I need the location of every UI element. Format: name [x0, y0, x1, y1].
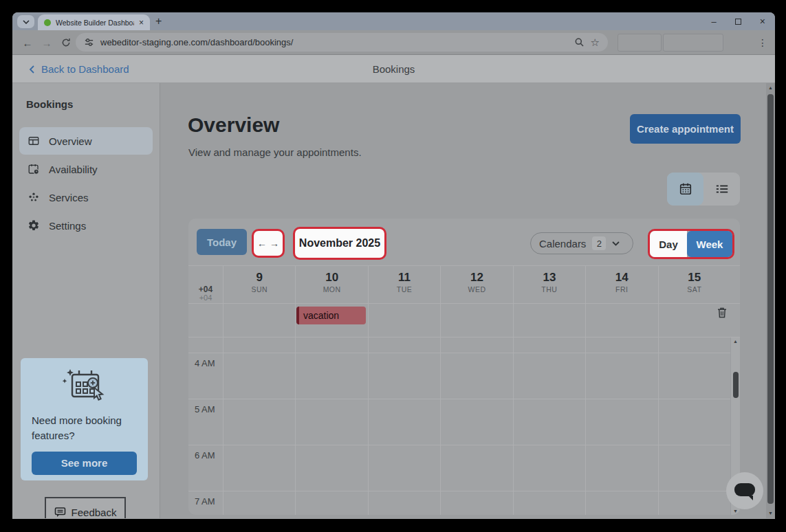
- page-scroll-down-icon[interactable]: ▼: [766, 511, 775, 516]
- browser-back-button[interactable]: ←: [19, 30, 36, 55]
- feedback-label: Feedback: [72, 507, 117, 518]
- overview-icon: [28, 135, 40, 147]
- day-header-tue: 11TUE: [368, 266, 440, 303]
- url-text: webeditor-staging.one.com/dashboard/book…: [100, 37, 568, 47]
- sidebar-item-label: Settings: [49, 220, 86, 232]
- sidebar: Bookings Overview Availability Services …: [12, 83, 160, 518]
- day-week-toggle: Day Week: [648, 229, 734, 259]
- toolbar-extension-area: [618, 34, 662, 52]
- scroll-up-icon[interactable]: ▲: [731, 339, 740, 344]
- chevron-down-icon: [612, 241, 620, 246]
- new-tab-button[interactable]: +: [155, 14, 162, 29]
- window-maximize-button[interactable]: [735, 19, 741, 25]
- time-label-4am: 4 AM: [195, 358, 215, 368]
- day-header-row: +04 +04 9SUN 10MON 11TUE 12WED 13THU 14F…: [188, 266, 740, 303]
- today-button[interactable]: Today: [197, 229, 247, 255]
- sidebar-item-services[interactable]: Services: [19, 184, 153, 211]
- next-week-arrow-icon[interactable]: →: [270, 238, 279, 249]
- settings-gear-icon: [28, 219, 40, 232]
- window-close-button[interactable]: ×: [760, 16, 765, 26]
- page-header-title: Bookings: [12, 55, 775, 83]
- scroll-down-icon[interactable]: ▼: [731, 509, 740, 513]
- availability-icon: [28, 163, 40, 175]
- page-scroll-up-icon[interactable]: ▲: [766, 85, 775, 90]
- week-grid: +04 +04 9SUN 10MON 11TUE 12WED 13THU 14F…: [188, 265, 740, 515]
- calendars-dropdown[interactable]: Calendars 2: [530, 232, 633, 254]
- browser-tab[interactable]: Website Builder Dashboard ×: [38, 14, 150, 30]
- timezone-gutter: +04 +04: [188, 266, 223, 303]
- zoom-icon[interactable]: [574, 37, 585, 47]
- chat-bubble-tail: [748, 496, 753, 500]
- all-day-row: vacation: [188, 303, 740, 337]
- app-header: Back to Dashboard Bookings: [12, 55, 775, 83]
- view-toggle: [667, 173, 740, 206]
- sidebar-item-label: Overview: [49, 135, 92, 147]
- main-content: Overview View and manage your appointmen…: [160, 83, 766, 518]
- week-nav-arrows: ← →: [252, 229, 285, 258]
- window-minimize-button[interactable]: –: [712, 17, 717, 26]
- browser-reload-button[interactable]: [58, 30, 74, 55]
- page-title: Overview: [188, 113, 279, 137]
- list-view-button[interactable]: [703, 173, 740, 206]
- reload-icon: [61, 38, 71, 47]
- list-view-icon: [715, 182, 729, 196]
- day-view-button[interactable]: Day: [650, 231, 687, 257]
- sidebar-title: Bookings: [26, 98, 73, 110]
- day-header-wed: 12WED: [440, 266, 512, 303]
- address-bar[interactable]: webeditor-staging.one.com/dashboard/book…: [76, 33, 608, 52]
- promo-calendar-icon: [62, 366, 107, 406]
- sidebar-item-settings[interactable]: Settings: [19, 212, 153, 239]
- timezone-secondary: +04: [188, 293, 223, 302]
- day-header-fri: 14FRI: [585, 266, 657, 303]
- day-header-mon: 10MON: [295, 266, 367, 303]
- sidebar-item-label: Services: [49, 192, 89, 203]
- calendar-scrollbar-thumb[interactable]: [733, 372, 739, 398]
- chevron-down-icon: [23, 20, 30, 24]
- prev-week-arrow-icon[interactable]: ←: [257, 238, 267, 249]
- time-grid: 4 AM 5 AM 6 AM 7 AM ▲ ▼: [188, 337, 740, 515]
- sidebar-item-label: Availability: [49, 164, 98, 175]
- calendar-view-button[interactable]: [667, 173, 703, 206]
- day-header-thu: 13THU: [513, 266, 585, 303]
- week-view-button[interactable]: Week: [687, 231, 732, 257]
- bookmark-star-icon[interactable]: ☆: [591, 37, 600, 47]
- day-header-sat: 15SAT: [658, 266, 730, 303]
- time-label-7am: 7 AM: [195, 496, 215, 507]
- time-label-6am: 6 AM: [195, 450, 215, 461]
- tab-search-button[interactable]: [17, 15, 34, 28]
- trash-icon[interactable]: [717, 307, 727, 318]
- day-header-sun: 9SUN: [223, 266, 295, 303]
- services-icon: [28, 191, 40, 203]
- create-appointment-button[interactable]: Create appointment: [630, 114, 741, 144]
- feedback-bubble-icon: [54, 507, 66, 518]
- page-subtitle: View and manage your appointments.: [188, 146, 362, 158]
- site-favicon: [44, 19, 51, 26]
- browser-titlebar: Website Builder Dashboard × + – ×: [12, 12, 775, 30]
- feedback-button[interactable]: Feedback: [45, 497, 126, 518]
- browser-window: Website Builder Dashboard × + – × ← → we…: [12, 12, 775, 519]
- sidebar-item-overview[interactable]: Overview: [19, 127, 153, 155]
- vacation-event[interactable]: vacation: [296, 307, 366, 324]
- promo-text: Need more booking features?: [32, 413, 137, 443]
- time-label-5am: 5 AM: [195, 404, 215, 414]
- calendars-label: Calendars: [539, 238, 586, 250]
- page-scrollbar[interactable]: ▲ ▼: [766, 83, 775, 518]
- month-label[interactable]: November 2025: [293, 227, 386, 260]
- promo-card: Need more booking features? See more: [21, 358, 148, 480]
- chat-bubble-icon: [734, 483, 755, 496]
- timezone-primary: +04: [188, 285, 223, 294]
- browser-toolbar: ← → webeditor-staging.one.com/dashboard/…: [12, 30, 775, 55]
- browser-forward-button[interactable]: →: [39, 30, 55, 55]
- calendar-card: Today ← → November 2025 Calendars 2 Day …: [188, 219, 740, 515]
- calendars-count-badge: 2: [592, 236, 606, 250]
- sidebar-item-availability[interactable]: Availability: [19, 155, 153, 183]
- tab-close-icon[interactable]: ×: [139, 19, 144, 27]
- toolbar-profile-area: [663, 34, 723, 52]
- calendar-view-icon: [679, 182, 692, 196]
- page-scrollbar-thumb[interactable]: [767, 94, 774, 504]
- site-info-icon[interactable]: [84, 37, 94, 47]
- tab-title: Website Builder Dashboard: [56, 19, 134, 27]
- kebab-menu-icon[interactable]: ⋮: [756, 30, 769, 55]
- see-more-button[interactable]: See more: [32, 452, 137, 475]
- chat-widget-button[interactable]: [726, 472, 763, 509]
